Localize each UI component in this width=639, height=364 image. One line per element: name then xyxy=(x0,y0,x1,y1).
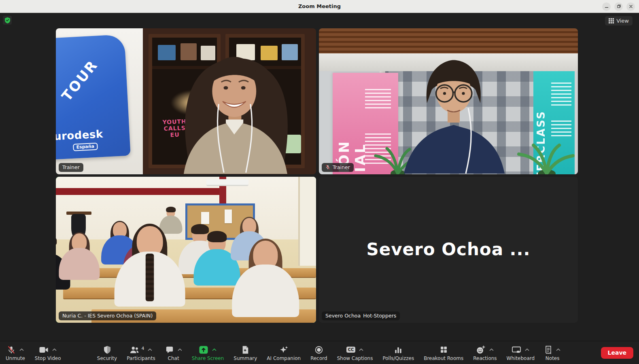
participants-label: Participants xyxy=(127,356,155,361)
participant-display-name: Severo Ochoa ... xyxy=(319,239,578,259)
show-captions-icon-row: CC xyxy=(346,345,364,355)
shield-check-icon xyxy=(4,17,11,23)
participants-count-badge: 4 xyxy=(141,345,144,351)
trainer-woman-illustration xyxy=(164,42,307,174)
chevron-up-icon[interactable] xyxy=(52,348,57,351)
trainer-man-illustration xyxy=(387,50,520,174)
summary-icon xyxy=(241,345,249,354)
participant-name: Nuria C. - IES Severo Ochoa (SPAIN) xyxy=(62,313,153,319)
toolbar-share-screen-button[interactable]: Share Screen xyxy=(192,345,224,361)
summary-label: Summary xyxy=(234,356,257,361)
toolbar-whiteboard-button[interactable]: Whiteboard xyxy=(507,345,535,361)
eurodesk-logo-text: urodesk xyxy=(56,128,103,142)
participant-name: Severo Ochoa xyxy=(325,313,361,319)
chat-icon-row xyxy=(165,345,182,355)
toolbar-reactions-button[interactable]: Reactions xyxy=(473,345,497,361)
security-icon-row xyxy=(103,345,111,355)
participants-icon xyxy=(129,346,139,354)
accion-social-banner-text: ACCIÓN SOCIAL xyxy=(336,87,368,174)
video-tile-classroom[interactable]: Nuria C. - IES Severo Ochoa (SPAIN) xyxy=(56,177,316,323)
red-wall-stripe xyxy=(56,188,226,195)
chevron-up-icon[interactable] xyxy=(359,348,363,351)
breakout-icon xyxy=(439,345,448,354)
leave-button[interactable]: Leave xyxy=(601,347,633,359)
zoom-meeting-window: Zoom Meeting Vi xyxy=(0,0,639,364)
meeting-stage: View YOUTH CALLS EU xyxy=(0,13,639,341)
chevron-up-icon[interactable] xyxy=(489,348,494,351)
grid-view-icon xyxy=(609,18,614,23)
video-tile-trainer-right[interactable]: ACCIÓN SOCIAL MASTERCLASS xyxy=(319,28,578,174)
whiteboard-label: Whiteboard xyxy=(507,356,535,361)
unmute-icon xyxy=(7,345,16,354)
banner-small-text xyxy=(551,83,571,106)
banner-small-text xyxy=(551,121,571,137)
reactions-icon-row xyxy=(476,345,494,355)
security-label: Security xyxy=(97,356,117,361)
toolbar-notes-button[interactable]: Notes xyxy=(544,345,560,361)
maximize-button[interactable] xyxy=(614,2,623,11)
polls-icon xyxy=(394,346,403,354)
chat-label: Chat xyxy=(168,356,179,361)
stop-video-icon-row xyxy=(39,345,57,355)
record-icon-row xyxy=(314,345,323,355)
video-tile-trainer-left[interactable]: YOUTH CALLS EU TOUR xyxy=(56,28,316,174)
notes-icon-row xyxy=(544,345,560,355)
muted-mic-icon xyxy=(325,165,330,170)
toolbar-unmute-button[interactable]: Unmute xyxy=(6,345,25,361)
minimize-button[interactable] xyxy=(602,2,611,11)
breakout-label: Breakout Rooms xyxy=(424,356,463,361)
chevron-up-icon[interactable] xyxy=(178,348,182,351)
view-button-label: View xyxy=(616,18,629,24)
toolbar-chat-button[interactable]: Chat xyxy=(165,345,182,361)
participant-name: Trainer xyxy=(62,164,80,170)
air-conditioner xyxy=(206,179,248,186)
ai-companion-icon-row xyxy=(279,345,289,355)
toolbar-record-button[interactable]: Record xyxy=(310,345,327,361)
pinned-paper xyxy=(225,210,232,223)
toolbar-summary-button[interactable]: Summary xyxy=(234,345,257,361)
share-screen-icon-row xyxy=(199,345,217,355)
espana-badge: España xyxy=(73,143,98,151)
participants-icon-row: 4 xyxy=(129,345,152,355)
chevron-up-icon[interactable] xyxy=(556,348,560,351)
unmute-label: Unmute xyxy=(6,356,25,361)
reactions-icon xyxy=(476,345,486,354)
toolbar-breakout-button[interactable]: Breakout Rooms xyxy=(424,345,463,361)
view-button[interactable]: View xyxy=(605,16,633,25)
toolbar-polls-button[interactable]: Polls/Quizzes xyxy=(382,345,414,361)
toolbar-security-button[interactable]: Security xyxy=(97,345,117,361)
toolbar-left-group: UnmuteStop Video xyxy=(6,345,61,361)
notes-label: Notes xyxy=(546,356,560,361)
record-icon xyxy=(314,345,323,354)
summary-icon-row xyxy=(241,345,249,355)
participant-name-label: Trainer xyxy=(322,163,354,172)
chevron-up-icon[interactable] xyxy=(19,348,24,351)
toolbar-stop-video-button[interactable]: Stop Video xyxy=(35,345,61,361)
chat-icon xyxy=(165,346,174,354)
window-controls xyxy=(602,0,635,13)
chevron-up-icon[interactable] xyxy=(148,348,152,351)
unmute-icon-row xyxy=(7,345,24,355)
toolbar-show-captions-button[interactable]: CCShow Captions xyxy=(337,345,373,361)
eurodesk-banner: TOUR urodesk España xyxy=(56,34,131,160)
polls-icon-row xyxy=(394,345,403,355)
chevron-up-icon[interactable] xyxy=(525,348,529,351)
whiteboard-icon-row xyxy=(512,345,529,355)
minimize-icon xyxy=(605,4,609,8)
chevron-up-icon[interactable] xyxy=(212,348,217,351)
participant-name-label: Trainer xyxy=(59,163,83,172)
toolbar-participants-button[interactable]: 4Participants xyxy=(127,345,155,361)
polls-label: Polls/Quizzes xyxy=(382,356,414,361)
meeting-security-shield-button[interactable] xyxy=(3,16,12,25)
whiteboard-icon xyxy=(512,346,521,354)
reactions-label: Reactions xyxy=(473,356,497,361)
plant-right xyxy=(512,142,578,174)
window-titlebar: Zoom Meeting xyxy=(0,0,639,13)
banner-tour-text: TOUR xyxy=(58,57,101,104)
close-icon xyxy=(629,4,633,8)
close-button[interactable] xyxy=(626,2,635,11)
stop-video-icon xyxy=(39,346,49,354)
video-tile-severo-ochoa[interactable]: Severo Ochoa ... Severo Ochoa Hot-Stoppe… xyxy=(319,177,578,323)
participant-name: Trainer xyxy=(333,164,350,170)
toolbar-ai-companion-button[interactable]: AI Companion xyxy=(267,345,301,361)
